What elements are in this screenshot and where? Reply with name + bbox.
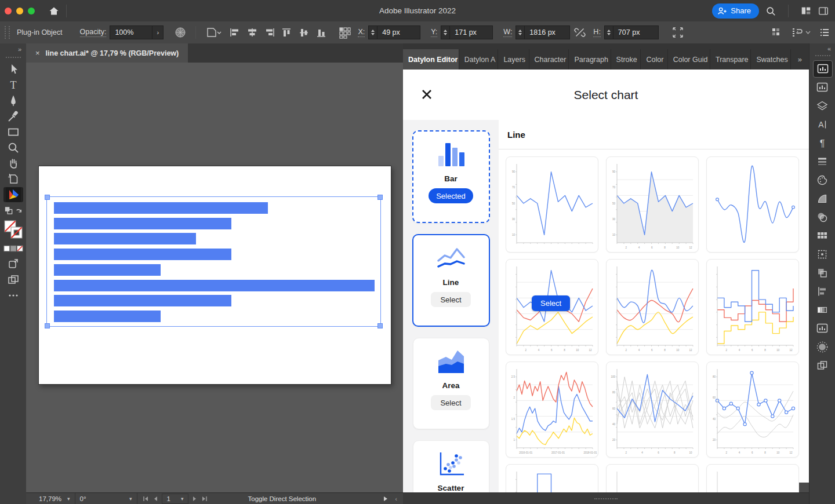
select-button-line[interactable]: Select	[431, 292, 470, 307]
selection-handle-bl[interactable]	[45, 323, 50, 328]
y-field[interactable]: 171 px	[441, 25, 493, 39]
search-icon[interactable]	[765, 5, 776, 17]
panel-tab-swatches[interactable]: Swatches	[751, 49, 790, 70]
close-document-icon[interactable]: ×	[35, 49, 40, 57]
arrange-documents-icon[interactable]	[800, 5, 812, 17]
workspace-switcher-icon[interactable]	[818, 5, 829, 17]
panel-tab-paragraph[interactable]: Paragraph	[569, 49, 611, 70]
datylon-tool[interactable]	[3, 187, 23, 202]
tools-grip[interactable]	[6, 57, 21, 58]
chart-thumbnail-line-smooth-endpoints[interactable]	[706, 156, 799, 253]
chart-thumbnail-line-markers[interactable]: 8060402024681012	[706, 361, 799, 458]
document-tab[interactable]: × line chart.ai* @ 17,79 % (RGB/Preview)	[26, 43, 188, 63]
opacity-label[interactable]: Opacity:	[80, 28, 107, 37]
pathfinder-icon[interactable]	[813, 264, 832, 282]
stroke-icon[interactable]	[813, 153, 832, 170]
color-guide-icon[interactable]	[813, 190, 832, 207]
snap-options-icon[interactable]	[771, 27, 782, 38]
first-page-icon[interactable]	[142, 496, 149, 502]
share-button[interactable]: Share	[712, 3, 759, 19]
more-tools[interactable]	[3, 288, 23, 303]
align-middle-icon[interactable]	[298, 27, 311, 38]
shape-builder-tool[interactable]	[3, 257, 23, 272]
selection-handle-tr[interactable]	[377, 195, 383, 200]
type-tool[interactable]: T	[3, 78, 23, 93]
x-label[interactable]: X:	[358, 28, 365, 37]
align-right-icon[interactable]	[263, 27, 276, 38]
align-left-icon[interactable]	[228, 27, 241, 38]
align-center-icon[interactable]	[246, 27, 259, 38]
opacity-field[interactable]: 100%	[110, 25, 153, 39]
fill-stroke-indicator[interactable]	[3, 218, 23, 240]
color-mode[interactable]	[3, 241, 23, 256]
h-label[interactable]: H:	[593, 28, 601, 37]
constrain-proportions-off-icon[interactable]	[573, 26, 586, 39]
chart-thumbnail-time-series-noisy[interactable]: 2.521.512016-01-012017-01-012018-01-01	[506, 361, 598, 458]
zoom-level-dropdown[interactable]: 17,79%▾	[34, 493, 75, 504]
swatches-icon[interactable]	[813, 227, 832, 244]
panel-tab-datylon-a[interactable]: Datylon A	[459, 49, 499, 70]
color-icon[interactable]	[813, 171, 832, 189]
panel-tab-stroke[interactable]: Stroke	[611, 49, 641, 70]
expand-tools-icon[interactable]: »	[18, 46, 21, 53]
asset-export-icon[interactable]	[813, 320, 832, 337]
selection-handle-br[interactable]	[377, 323, 383, 328]
chart-type-card-line[interactable]: LineSelect	[412, 234, 490, 327]
chart-type-card-bar[interactable]: BarSelected	[412, 130, 490, 223]
datylon-editor-icon[interactable]	[813, 60, 833, 78]
chart-thumbnail-spike-step[interactable]	[506, 464, 598, 492]
transparency-icon[interactable]	[813, 209, 832, 226]
distribute-icon[interactable]	[337, 25, 351, 39]
panel-tab-datylon-editor[interactable]: Datylon Editor	[403, 49, 459, 70]
artboards-icon[interactable]	[813, 357, 832, 374]
chart-thumbnail-line-area-filled[interactable]: 907050301024681012	[606, 156, 699, 253]
align-top-icon[interactable]	[281, 27, 293, 38]
artboard-tool[interactable]	[3, 171, 23, 187]
rail-grip[interactable]	[815, 55, 830, 56]
collapse-panels-icon[interactable]: «	[827, 45, 831, 52]
chart-type-card-scatter[interactable]: Scatter	[413, 440, 489, 492]
paragraph-icon[interactable]: ¶	[813, 134, 832, 152]
y-label[interactable]: Y:	[431, 28, 437, 37]
chart-type-card-area[interactable]: AreaSelect	[413, 338, 489, 429]
color-wheel-icon[interactable]	[174, 26, 187, 39]
text-flow-icon[interactable]	[790, 27, 811, 38]
w-label[interactable]: W:	[503, 28, 512, 37]
previous-page-icon[interactable]	[153, 496, 158, 502]
last-page-icon[interactable]	[201, 496, 208, 502]
selection-bounding-box[interactable]	[46, 196, 381, 327]
character-icon[interactable]: A	[813, 116, 832, 133]
selected-button-bar[interactable]: Selected	[429, 188, 473, 203]
align-bottom-icon[interactable]	[315, 27, 328, 38]
layers-icon[interactable]	[813, 97, 832, 115]
rotation-dropdown[interactable]: 0°▾	[75, 493, 137, 504]
w-field[interactable]: 1816 px	[515, 25, 570, 39]
chart-thumbnail-multi-line-smooth[interactable]: 24681012	[606, 259, 699, 355]
chart-thumbnail-loops-gray[interactable]	[706, 464, 799, 492]
canvas[interactable]	[26, 63, 403, 492]
list-options-icon[interactable]	[819, 27, 830, 38]
panel-tab-layers[interactable]: Layers	[498, 49, 529, 70]
thumbnail-select-button[interactable]: Select	[532, 295, 570, 311]
selection-tool[interactable]	[3, 62, 23, 77]
document-setup-icon[interactable]	[205, 26, 222, 39]
status-play-icon[interactable]	[383, 496, 388, 502]
chart-thumbnail-loops-multicolor[interactable]	[606, 464, 699, 492]
panel-tab-transpare[interactable]: Transpare	[710, 49, 751, 70]
gradient-icon[interactable]	[813, 301, 832, 319]
panel-tab-character[interactable]: Character	[529, 49, 569, 70]
status-collapse-icon[interactable]: ‹	[395, 495, 397, 502]
select-button-area[interactable]: Select	[431, 395, 470, 410]
scale-corners-icon[interactable]	[671, 26, 684, 39]
opacity-options-button[interactable]: ›	[153, 25, 164, 39]
selection-handle-tl[interactable]	[45, 195, 50, 200]
zoom-tool[interactable]	[3, 140, 23, 155]
symbols-icon[interactable]	[813, 338, 832, 356]
pen-tool[interactable]	[3, 93, 23, 108]
chart-thumbnail-multi-step-line[interactable]: 24681012	[706, 259, 799, 355]
chart-thumbnail-line-basic[interactable]: 9070503010	[506, 156, 598, 253]
rectangle-tool[interactable]	[3, 125, 23, 140]
panel-tabs-overflow-icon[interactable]: »	[791, 49, 809, 70]
next-page-icon[interactable]	[193, 496, 197, 502]
panel-tab-color[interactable]: Color	[641, 49, 667, 70]
